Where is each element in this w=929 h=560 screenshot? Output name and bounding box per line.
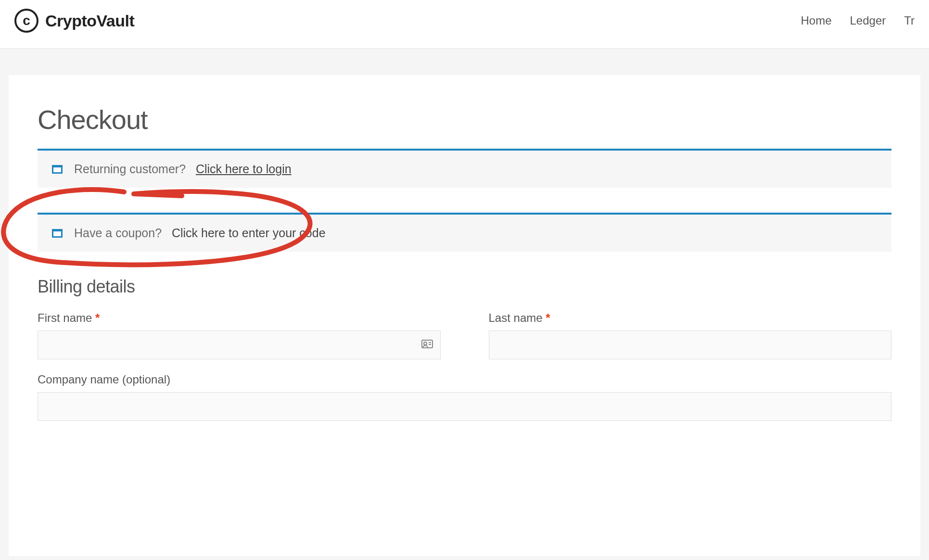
page-title: Checkout — [38, 104, 891, 135]
company-label: Company name (optional) — [38, 373, 891, 386]
name-row: First name * Last name * — [38, 311, 891, 359]
coupon-notice: Have a coupon? Click here to enter your … — [38, 213, 891, 252]
last-name-field[interactable] — [489, 331, 892, 359]
company-field[interactable] — [38, 392, 891, 421]
window-icon — [52, 165, 63, 174]
brand[interactable]: c CryptoVault — [14, 9, 134, 33]
required-star: * — [546, 311, 550, 324]
brand-name: CryptoVault — [45, 12, 134, 30]
nav-tr[interactable]: Tr — [904, 14, 915, 27]
nav-home[interactable]: Home — [801, 14, 831, 27]
returning-customer-notice: Returning customer? Click here to login — [38, 149, 891, 188]
first-name-field[interactable] — [38, 331, 441, 359]
returning-customer-prompt: Returning customer? — [74, 162, 186, 176]
svg-point-1 — [424, 342, 427, 345]
nav-ledger[interactable]: Ledger — [850, 14, 886, 27]
company-row: Company name (optional) — [38, 373, 891, 421]
coupon-prompt: Have a coupon? — [74, 226, 162, 240]
main-nav: Home Ledger Tr — [801, 14, 915, 27]
last-name-label: Last name * — [489, 311, 892, 325]
contact-card-icon — [421, 339, 433, 351]
first-name-label: First name * — [38, 311, 441, 325]
billing-heading: Billing details — [38, 277, 891, 297]
site-header: c CryptoVault Home Ledger Tr — [0, 0, 929, 49]
checkout-page: Checkout Returning customer? Click here … — [9, 75, 920, 556]
copyright-icon: c — [14, 9, 38, 33]
login-link[interactable]: Click here to login — [196, 162, 292, 176]
coupon-link[interactable]: Click here to enter your code — [172, 226, 326, 240]
window-icon — [52, 229, 63, 238]
required-star: * — [95, 311, 100, 324]
